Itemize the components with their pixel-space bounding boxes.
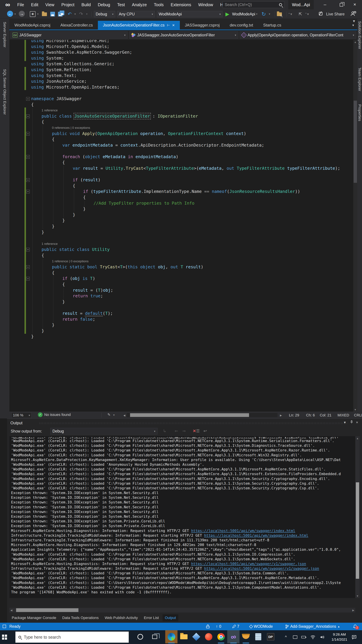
editor-horizontal-scrollbar-thumb[interactable]: [130, 413, 249, 417]
code-line[interactable]: using System.Reflection;: [9, 67, 353, 73]
window-position-dropdown-icon[interactable]: ▾: [344, 420, 346, 425]
console-scroll-up-icon[interactable]: ▲: [355, 437, 360, 440]
bowl-app-icon[interactable]: [240, 630, 252, 643]
code-line[interactable]: [9, 172, 353, 177]
panel-tab-data-tools-operations[interactable]: Data Tools Operations: [60, 614, 101, 621]
code-line[interactable]: }: [9, 212, 353, 218]
tab-JASSwagger.csproj[interactable]: JASSwagger.csproj: [180, 21, 225, 30]
menu-edit[interactable]: Edit: [27, 0, 42, 10]
menu-extensions[interactable]: Extensions: [167, 0, 195, 10]
previous-message-icon[interactable]: ⇐: [175, 429, 178, 433]
code-line[interactable]: //Add TypeFilter properties to Path Info: [9, 200, 353, 206]
menu-build[interactable]: Build: [78, 0, 94, 10]
refresh-dropdown[interactable]: ▾: [269, 11, 270, 18]
console-link[interactable]: https://localhost:5001/api/wm/swagger/in…: [204, 533, 308, 538]
output-source-dropdown[interactable]: Debug▾: [50, 428, 158, 434]
dock-tab-sql-server-object-explorer[interactable]: SQL Server Object Explorer: [2, 69, 7, 115]
undo-button[interactable]: ↶: [68, 11, 71, 18]
taskbar-search-input[interactable]: Type here to search: [15, 632, 129, 643]
new-file-button[interactable]: ✱: [30, 11, 35, 17]
console-horizontal-scrollbar-thumb[interactable]: [16, 608, 78, 612]
menu-analyze[interactable]: Analyze: [128, 0, 150, 10]
code-line[interactable]: {: [9, 252, 353, 258]
code-line[interactable]: using System.Text;: [9, 73, 353, 79]
tab-Startup.cs[interactable]: Startup.cs: [258, 21, 286, 30]
fold-toggle-icon[interactable]: −: [26, 97, 30, 100]
console-vertical-scrollbar[interactable]: ▲ ▼: [355, 436, 360, 598]
lock-icon[interactable]: [206, 624, 210, 628]
scroll-up-icon[interactable]: ▲: [353, 40, 357, 44]
code-line[interactable]: −if (obj is T): [9, 276, 353, 282]
editor-horizontal-scrollbar[interactable]: [127, 413, 278, 417]
panel-tab-web-publish-activity[interactable]: Web Publish Activity: [102, 614, 140, 621]
console-vertical-scrollbar-thumb[interactable]: [356, 482, 359, 579]
code-line[interactable]: }: [9, 230, 353, 235]
dp-app-icon[interactable]: DP: [265, 630, 277, 643]
output-console[interactable]: 'WodModeApi.exe' (CoreCLR: clrhost): Loa…: [9, 436, 355, 598]
tablet-icon[interactable]: [293, 630, 297, 644]
codelens-annotation[interactable]: 1 reference | 0 exceptions: [52, 258, 88, 264]
code-line[interactable]: −namespace JASSwagger: [9, 96, 353, 102]
edge-app-icon[interactable]: [165, 630, 177, 643]
new-file-dropdown[interactable]: ▾: [37, 11, 38, 18]
code-line[interactable]: {: [9, 282, 353, 288]
clear-all-icon[interactable]: ✕☰: [193, 429, 200, 433]
menu-project[interactable]: Project: [58, 0, 78, 10]
solution-platform-dropdown[interactable]: Any CPU▾: [117, 11, 155, 17]
menu-file[interactable]: File: [14, 0, 27, 10]
repository-indicator[interactable]: WODMode: [250, 624, 273, 629]
console-horizontal-scrollbar[interactable]: ◀ ▶: [9, 608, 355, 612]
code-line[interactable]: {: [9, 194, 353, 200]
code-line[interactable]: using Swashbuckle.AspNetCore.SwaggerGen;: [9, 50, 353, 55]
run-target-label[interactable]: WodModeApi: [232, 11, 255, 18]
word-wrap-icon[interactable]: ↩: [203, 429, 207, 433]
start-debugging-button[interactable]: ▶: [225, 11, 229, 18]
comment-out-icon[interactable]: “ ▾: [289, 11, 292, 18]
code-line[interactable]: using Microsoft.OpenApi.Interfaces;: [9, 84, 353, 90]
fold-toggle-icon[interactable]: −: [26, 114, 30, 118]
notifications-bell[interactable]: 2: [353, 624, 357, 628]
code-line[interactable]: −public static bool TryCast<T>(this obje…: [9, 264, 353, 270]
dock-tab-server-explorer[interactable]: Server Explorer: [2, 22, 7, 48]
console-link[interactable]: https://localhost:5001/api/wm/swagger/in…: [191, 528, 295, 533]
code-line[interactable]: {: [9, 183, 353, 189]
fold-toggle-icon[interactable]: −: [26, 277, 30, 280]
dock-tab-properties[interactable]: Properties: [358, 104, 362, 121]
save-button[interactable]: [50, 11, 55, 18]
code-line[interactable]: 1 reference: [9, 241, 353, 247]
taskbar-clock[interactable]: 9:26 AM 1/14/2021: [329, 632, 350, 642]
redo-button[interactable]: ↷: [79, 11, 83, 18]
breadcrumb-member-dropdown[interactable]: Apply(OpenApiOperation operation, Operat…: [240, 31, 356, 39]
codelens-annotation[interactable]: 1 reference: [41, 108, 58, 113]
tab-overflow-dropdown-icon[interactable]: ▼▾: [352, 19, 356, 27]
restore-button[interactable]: [334, 0, 349, 10]
tab-pin-icon[interactable]: ⊥: [164, 24, 173, 26]
navigate-back-dropdown[interactable]: ▾: [14, 11, 16, 18]
code-line[interactable]: return true;: [9, 293, 353, 299]
fold-toggle-icon[interactable]: −: [26, 248, 30, 252]
code-line[interactable]: var endpointMetadata = context.ApiDescri…: [9, 142, 353, 148]
gem-app-icon[interactable]: [190, 630, 202, 643]
action-center-icon[interactable]: [352, 630, 357, 644]
code-line[interactable]: 1 reference | 0 exceptions: [9, 258, 353, 264]
tab-WodModeApi.csproj[interactable]: WodModeApi.csproj: [9, 21, 55, 30]
code-line[interactable]: }: [9, 224, 353, 230]
tab-AlexaController.cs[interactable]: AlexaController.cs: [55, 21, 98, 30]
dock-tab-team-explorer[interactable]: Team Explorer: [358, 68, 362, 91]
volume-icon[interactable]: [320, 630, 325, 644]
pen-tracking-icon[interactable]: ✎ ▾: [107, 412, 115, 417]
code-line[interactable]: result = default(T);: [9, 310, 353, 316]
code-line[interactable]: {: [9, 102, 353, 108]
pin-icon[interactable]: [350, 420, 353, 425]
code-line[interactable]: }: [9, 328, 353, 334]
code-line[interactable]: [9, 235, 353, 241]
code-line[interactable]: return false;: [9, 316, 353, 322]
save-all-button[interactable]: [58, 11, 64, 18]
code-line[interactable]: [9, 148, 353, 154]
breadcrumb-project-dropdown[interactable]: C# JASSwagger▾: [10, 31, 128, 39]
undo-dropdown[interactable]: ▾: [74, 11, 76, 18]
code-line[interactable]: −if (result): [9, 177, 353, 183]
code-line[interactable]: using System.Collections.Generic;: [9, 61, 353, 67]
battery-icon[interactable]: [301, 630, 306, 644]
code-line[interactable]: [9, 305, 353, 310]
